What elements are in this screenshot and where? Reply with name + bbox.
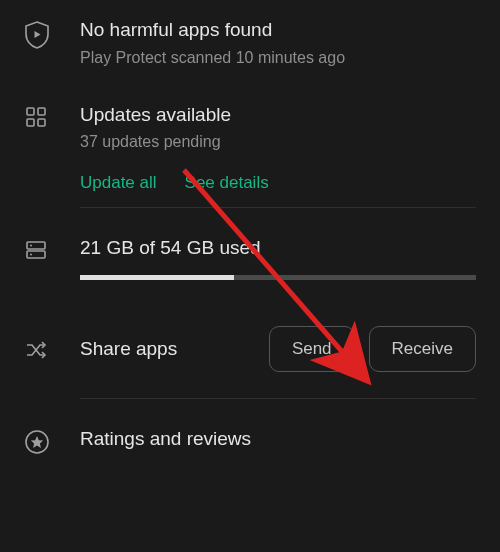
storage-section[interactable]: 21 GB of 54 GB used — [0, 214, 500, 302]
protect-title: No harmful apps found — [80, 18, 476, 43]
storage-progress-fill — [80, 275, 234, 280]
play-protect-section[interactable]: No harmful apps found Play Protect scann… — [0, 0, 500, 85]
receive-button[interactable]: Receive — [369, 326, 476, 372]
shield-play-icon — [24, 18, 80, 50]
svg-rect-0 — [27, 108, 34, 115]
ratings-title: Ratings and reviews — [80, 427, 476, 452]
divider — [80, 207, 476, 208]
share-apps-title: Share apps — [80, 338, 177, 360]
updates-subtitle: 37 updates pending — [80, 133, 476, 151]
protect-subtitle: Play Protect scanned 10 minutes ago — [80, 49, 476, 67]
storage-progress-bar — [80, 275, 476, 280]
storage-text: 21 GB of 54 GB used — [80, 236, 476, 261]
ratings-section[interactable]: Ratings and reviews — [0, 405, 500, 473]
apps-grid-icon — [24, 103, 80, 129]
see-details-button[interactable]: See details — [185, 173, 269, 193]
divider — [80, 398, 476, 399]
svg-rect-5 — [27, 251, 45, 258]
svg-point-7 — [30, 254, 32, 256]
storage-icon — [24, 236, 80, 262]
shuffle-icon — [24, 336, 80, 362]
svg-rect-4 — [27, 242, 45, 249]
updates-title: Updates available — [80, 103, 476, 128]
update-all-button[interactable]: Update all — [80, 173, 157, 193]
star-badge-icon — [24, 427, 80, 455]
share-apps-section: Share apps Send Receive — [0, 302, 500, 396]
updates-section: Updates available 37 updates pending Upd… — [0, 85, 500, 202]
send-button[interactable]: Send — [269, 326, 355, 372]
svg-rect-2 — [27, 119, 34, 126]
svg-rect-1 — [38, 108, 45, 115]
svg-rect-3 — [38, 119, 45, 126]
svg-point-6 — [30, 245, 32, 247]
